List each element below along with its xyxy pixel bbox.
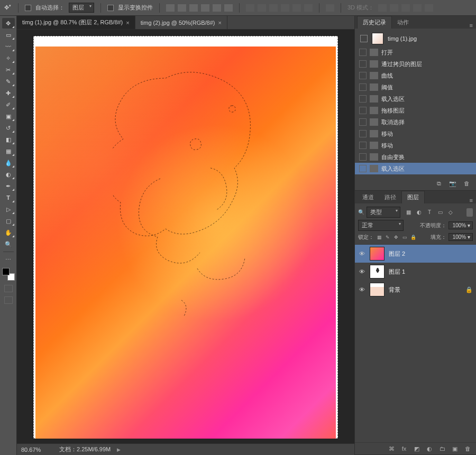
visibility-toggle-icon[interactable]: 👁 — [358, 268, 365, 275]
layer-group-icon[interactable]: 🗀 — [438, 445, 446, 452]
foreground-color[interactable] — [2, 268, 10, 275]
auto-select-checkbox[interactable] — [25, 5, 31, 11]
clone-stamp-tool[interactable]: ▣ — [2, 111, 15, 122]
visibility-toggle-icon[interactable]: 👁 — [358, 250, 365, 257]
visibility-toggle-icon[interactable]: 👁 — [358, 286, 365, 293]
history-brush-slot-icon[interactable] — [359, 49, 367, 56]
canvas[interactable] — [33, 36, 338, 439]
distribute-left-icon[interactable] — [281, 4, 289, 12]
lock-pixels-icon[interactable]: ✎ — [385, 234, 391, 240]
history-brush-slot-icon[interactable] — [359, 153, 367, 161]
marquee-tool[interactable]: ▭ — [2, 30, 15, 40]
move-tool[interactable]: ✥ — [2, 18, 15, 29]
layer-row[interactable]: 👁图层 2 — [355, 245, 476, 263]
history-item[interactable]: 通过拷贝的图层 — [355, 58, 476, 70]
layer-row[interactable]: 👁背景🔒 — [355, 281, 476, 299]
lock-position-icon[interactable]: ✥ — [393, 234, 399, 240]
align-left-icon[interactable] — [201, 4, 209, 12]
adjustment-layer-icon[interactable]: ◐ — [425, 445, 434, 452]
align-bottom-icon[interactable] — [189, 4, 198, 12]
zoom-value[interactable]: 80.67% — [21, 447, 53, 453]
auto-select-target-dropdown[interactable]: 图层 — [69, 3, 94, 13]
tab-actions[interactable]: 动作 — [392, 16, 414, 29]
tab-layers[interactable]: 图层 — [401, 191, 425, 203]
opacity-input[interactable]: 100% ▾ — [448, 221, 473, 229]
path-select-tool[interactable]: ▷ — [2, 204, 15, 215]
history-item[interactable]: 打开 — [355, 47, 476, 58]
lock-transparent-icon[interactable]: ▦ — [376, 234, 382, 240]
doc-size[interactable]: 文档：2.25M/6.99M — [59, 445, 111, 453]
arrange-icon[interactable] — [326, 4, 334, 12]
filter-shape-icon[interactable]: ▭ — [436, 209, 444, 216]
distribute-bottom-icon[interactable] — [269, 4, 278, 12]
history-item[interactable]: 自由变换 — [355, 151, 476, 163]
distribute-top-icon[interactable] — [246, 4, 254, 12]
document-tab-2[interactable]: timg (2).jpg @ 50%(RGB/8#) × — [135, 16, 227, 29]
layer-fx-icon[interactable]: fx — [400, 445, 408, 452]
mode3d-icon-1[interactable] — [378, 4, 387, 12]
canvas-wrap[interactable] — [17, 30, 354, 443]
status-flyout-icon[interactable]: ▶ — [117, 447, 121, 452]
filter-toggle[interactable] — [466, 208, 473, 217]
align-right-icon[interactable] — [224, 4, 233, 12]
blend-mode-dropdown[interactable]: 正常 — [358, 220, 404, 231]
history-brush-slot-icon[interactable] — [359, 165, 367, 172]
new-snapshot-icon[interactable]: 📷 — [448, 180, 457, 187]
link-layers-icon[interactable]: ⌘ — [387, 445, 396, 452]
history-item[interactable]: 曲线 — [355, 70, 476, 81]
tab-channels[interactable]: 通道 — [357, 191, 379, 203]
hand-tool[interactable]: ✋ — [2, 227, 15, 238]
filter-smart-icon[interactable]: ◇ — [447, 209, 454, 216]
gradient-tool[interactable]: ▦ — [2, 146, 15, 156]
history-brush-slot-icon[interactable] — [359, 107, 367, 114]
history-brush-slot-icon[interactable] — [359, 95, 367, 103]
history-brush-slot-icon[interactable] — [359, 118, 367, 126]
tab-history[interactable]: 历史记录 — [357, 16, 392, 29]
history-brush-slot-icon[interactable] — [360, 35, 368, 42]
fill-input[interactable]: 100% ▾ — [448, 233, 473, 241]
layer-thumbnail[interactable] — [370, 247, 385, 261]
lasso-tool[interactable]: 〰 — [2, 41, 15, 52]
history-brush-slot-icon[interactable] — [359, 142, 367, 149]
history-item[interactable]: 载入选区 — [355, 93, 476, 105]
eyedropper-tool[interactable]: ✎ — [2, 76, 15, 87]
healing-brush-tool[interactable]: ✚ — [2, 88, 15, 98]
pen-tool[interactable]: ✒ — [2, 181, 15, 191]
zoom-tool[interactable]: 🔍 — [2, 239, 15, 249]
lock-all-icon[interactable]: 🔒 — [410, 234, 416, 240]
history-source-row[interactable]: timg (1).jpg — [355, 31, 476, 47]
type-tool[interactable]: T — [2, 192, 15, 203]
history-item[interactable]: 载入选区 — [355, 163, 476, 174]
brush-tool[interactable]: ✐ — [2, 99, 15, 110]
distribute-hcenter-icon[interactable] — [292, 4, 301, 12]
new-layer-icon[interactable]: ▣ — [451, 445, 459, 452]
history-brush-slot-icon[interactable] — [359, 60, 367, 68]
layer-thumbnail[interactable] — [370, 283, 385, 296]
mode3d-icon-4[interactable] — [413, 4, 422, 12]
filter-pixel-icon[interactable]: ▦ — [405, 209, 412, 216]
shape-tool[interactable]: ▢ — [2, 216, 15, 226]
show-transform-checkbox[interactable] — [107, 5, 114, 11]
crop-tool[interactable]: ✂ — [2, 64, 15, 75]
dodge-tool[interactable]: ◐ — [2, 169, 15, 180]
delete-layer-icon[interactable]: 🗑 — [463, 445, 472, 452]
history-brush-tool[interactable]: ↺ — [2, 123, 15, 133]
lock-artboard-icon[interactable]: ▭ — [401, 234, 408, 240]
mode3d-icon-5[interactable] — [425, 4, 433, 12]
edit-toolbar[interactable]: ⋯ — [2, 254, 15, 265]
document-tab-1[interactable]: timg (1).jpg @ 80.7% (图层 2, RGB/8#) × — [17, 16, 135, 29]
history-item[interactable]: 移动 — [355, 140, 476, 151]
history-item[interactable]: 阈值 — [355, 81, 476, 93]
panel-menu-icon[interactable]: ≡ — [466, 197, 476, 203]
align-vcenter-icon[interactable] — [178, 4, 186, 12]
align-hcenter-icon[interactable] — [213, 4, 221, 12]
quickmask-toggle[interactable] — [4, 285, 13, 292]
close-icon[interactable]: × — [218, 20, 222, 26]
filter-kind-dropdown[interactable]: 类型 — [367, 207, 400, 218]
blur-tool[interactable]: 💧 — [2, 157, 15, 168]
magic-wand-tool[interactable]: ✧ — [2, 53, 15, 63]
delete-state-icon[interactable]: 🗑 — [462, 180, 471, 187]
eraser-tool[interactable]: ◧ — [2, 134, 15, 145]
layer-name[interactable]: 图层 2 — [389, 250, 405, 258]
history-item[interactable]: 取消选择 — [355, 116, 476, 128]
